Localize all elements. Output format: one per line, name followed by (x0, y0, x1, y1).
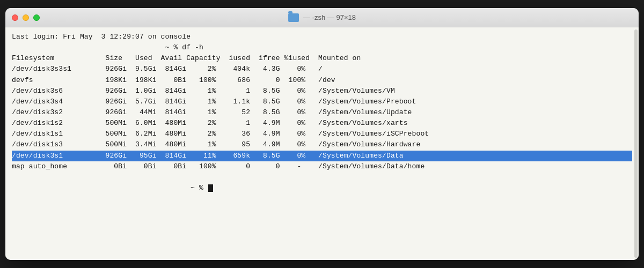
table-row: /dev/disk1s1 500Mi 6.2Mi 480Mi 2% 36 4.9… (12, 129, 632, 139)
cursor (208, 184, 213, 192)
table-row: /dev/disk3s3s1 926Gi 9.5Gi 814Gi 2% 404k… (12, 64, 632, 75)
minimize-button[interactable] (23, 14, 29, 21)
title-bar: — -zsh — 97×18 (5, 8, 639, 27)
table-rows: /dev/disk3s3s1 926Gi 9.5Gi 814Gi 2% 404k… (12, 64, 632, 172)
table-row: /dev/disk3s2 926Gi 44Mi 814Gi 1% 52 8.5G… (12, 107, 632, 118)
table-row: /dev/disk3s1 926Gi 95Gi 814Gi 11% 659k 8… (12, 151, 632, 161)
close-button[interactable] (12, 14, 18, 21)
terminal-body[interactable]: Last login: Fri May 3 12:29:07 on consol… (5, 27, 639, 260)
table-row: /dev/disk3s6 926Gi 1.0Gi 814Gi 1% 1 8.5G… (12, 86, 632, 96)
maximize-button[interactable] (33, 14, 40, 21)
folder-icon (288, 13, 299, 22)
traffic-lights (12, 14, 40, 21)
prompt-line-1: ~ % df -h (12, 42, 632, 53)
prompt-line-2: ~ % (12, 172, 632, 204)
window-title: — -zsh — 97×18 (303, 13, 356, 21)
terminal-window: — -zsh — 97×18 Last login: Fri May 3 12:… (5, 8, 639, 260)
table-row: /dev/disk1s3 500Mi 3.4Mi 480Mi 1% 95 4.9… (12, 139, 632, 150)
title-bar-center: — -zsh — 97×18 (288, 13, 356, 22)
login-line: Last login: Fri May 3 12:29:07 on consol… (12, 32, 632, 42)
table-row: devfs 198Ki 198Ki 0Bi 100% 686 0 100% /d… (12, 75, 632, 86)
scrollbar[interactable] (634, 29, 638, 258)
table-row: /dev/disk3s4 926Gi 5.7Gi 814Gi 1% 1.1k 8… (12, 96, 632, 107)
table-row: map auto_home 0Bi 0Bi 0Bi 100% 0 0 - /Sy… (12, 161, 632, 172)
header-line: Filesystem Size Used Avail Capacity iuse… (12, 53, 632, 64)
table-row: /dev/disk1s2 500Mi 6.0Mi 480Mi 2% 1 4.9M… (12, 118, 632, 129)
